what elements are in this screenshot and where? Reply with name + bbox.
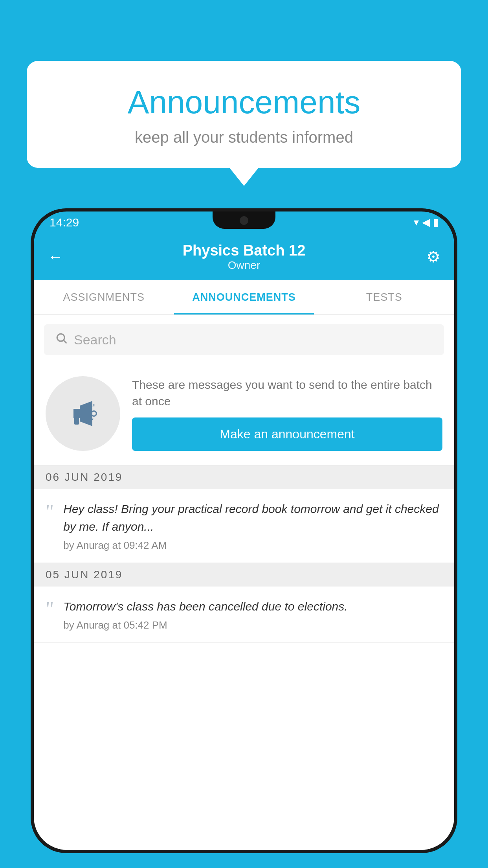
date-separator-1: 06 JUN 2019 xyxy=(34,465,454,489)
tab-bar: ASSIGNMENTS ANNOUNCEMENTS TESTS xyxy=(34,280,454,315)
back-button[interactable]: ← xyxy=(48,248,63,266)
app-header: ← Physics Batch 12 Owner ⚙ xyxy=(34,233,454,280)
search-icon xyxy=(55,331,68,348)
date-separator-2: 05 JUN 2019 xyxy=(34,563,454,587)
make-announcement-button[interactable]: Make an announcement xyxy=(132,417,442,451)
phone-frame: 14:29 ▾ ◀ ▮ ← Physics Batch 12 Owner ⚙ A… xyxy=(31,208,457,853)
speech-bubble-subtitle: keep all your students informed xyxy=(50,129,438,146)
svg-line-1 xyxy=(64,340,66,343)
front-camera xyxy=(240,216,248,225)
svg-marker-3 xyxy=(80,401,92,426)
status-time: 14:29 xyxy=(50,216,79,229)
promo-description: These are messages you want to send to t… xyxy=(132,377,442,410)
announcement-text-block-2: Tomorrow's class has been cancelled due … xyxy=(63,598,442,631)
speech-bubble-title: Announcements xyxy=(50,85,438,120)
phone-notch xyxy=(213,211,275,229)
announcement-text-block-1: Hey class! Bring your practical record b… xyxy=(63,500,442,552)
promo-icon-circle xyxy=(46,376,120,451)
status-icons: ▾ ◀ ▮ xyxy=(414,216,438,228)
announcement-text-2: Tomorrow's class has been cancelled due … xyxy=(63,598,442,615)
tab-announcements[interactable]: ANNOUNCEMENTS xyxy=(174,280,314,314)
announcement-text-1: Hey class! Bring your practical record b… xyxy=(63,500,442,535)
batch-title: Physics Batch 12 xyxy=(183,242,306,259)
announcement-meta-1: by Anurag at 09:42 AM xyxy=(63,539,442,552)
quote-icon-2: " xyxy=(46,599,54,620)
speech-bubble-section: Announcements keep all your students inf… xyxy=(27,61,461,168)
settings-icon[interactable]: ⚙ xyxy=(426,248,440,266)
svg-rect-4 xyxy=(74,417,79,425)
search-placeholder: Search xyxy=(74,332,116,348)
promo-block: These are messages you want to send to t… xyxy=(34,364,454,465)
wifi-icon: ▾ xyxy=(414,216,419,228)
phone-inner: 14:29 ▾ ◀ ▮ ← Physics Batch 12 Owner ⚙ A… xyxy=(34,211,454,850)
search-bar[interactable]: Search xyxy=(44,324,444,355)
announcement-meta-2: by Anurag at 05:42 PM xyxy=(63,619,442,631)
header-title-block: Physics Batch 12 Owner xyxy=(183,242,306,272)
speech-bubble-card: Announcements keep all your students inf… xyxy=(27,61,461,168)
svg-point-0 xyxy=(57,334,64,341)
announcement-item-1: " Hey class! Bring your practical record… xyxy=(34,489,454,563)
tab-assignments[interactable]: ASSIGNMENTS xyxy=(34,280,174,314)
battery-icon: ▮ xyxy=(433,216,438,228)
svg-marker-2 xyxy=(73,409,80,418)
user-role: Owner xyxy=(183,259,306,272)
tab-tests[interactable]: TESTS xyxy=(314,280,454,314)
quote-icon-1: " xyxy=(46,502,54,522)
promo-right: These are messages you want to send to t… xyxy=(132,377,442,451)
announcement-item-2: " Tomorrow's class has been cancelled du… xyxy=(34,587,454,643)
app-content: Search xyxy=(34,315,454,850)
signal-icon: ◀ xyxy=(422,216,430,228)
